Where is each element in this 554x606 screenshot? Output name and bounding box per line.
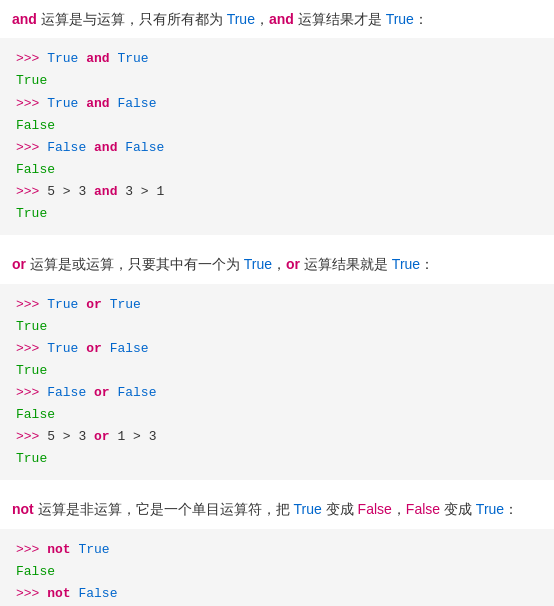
code-block-and-section: >>> True and TrueTrue>>> True and FalseF…: [0, 38, 554, 235]
code-line: True: [16, 70, 538, 92]
code-line: >>> 5 > 3 and 3 > 1: [16, 181, 538, 203]
code-line: True: [16, 203, 538, 225]
code-block-or-section: >>> True or TrueTrue>>> True or FalseTru…: [0, 284, 554, 481]
code-line: >>> False or False: [16, 382, 538, 404]
code-line: >>> True and False: [16, 93, 538, 115]
code-line: >>> False and False: [16, 137, 538, 159]
code-line: >>> True and True: [16, 48, 538, 70]
code-line: False: [16, 561, 538, 583]
code-line: >>> not False: [16, 583, 538, 605]
section-divider: [0, 235, 554, 245]
code-line: True: [16, 448, 538, 470]
code-block-not-section: >>> not TrueFalse>>> not FalseTrue>>> no…: [0, 529, 554, 606]
code-line: >>> True or True: [16, 294, 538, 316]
section-header-not-section: not 运算是非运算，它是一个单目运算符，把 True 变成 False，Fal…: [0, 490, 554, 528]
code-line: >>> 5 > 3 or 1 > 3: [16, 426, 538, 448]
code-line: False: [16, 404, 538, 426]
section-divider: [0, 480, 554, 490]
section-header-or-section: or 运算是或运算，只要其中有一个为 True，or 运算结果就是 True：: [0, 245, 554, 283]
page-container: and 运算是与运算，只有所有都为 True，and 运算结果才是 True：>…: [0, 0, 554, 606]
code-line: True: [16, 316, 538, 338]
code-line: >>> not True: [16, 539, 538, 561]
code-line: False: [16, 115, 538, 137]
code-line: False: [16, 159, 538, 181]
code-line: True: [16, 360, 538, 382]
section-header-and-section: and 运算是与运算，只有所有都为 True，and 运算结果才是 True：: [0, 0, 554, 38]
code-line: >>> True or False: [16, 338, 538, 360]
